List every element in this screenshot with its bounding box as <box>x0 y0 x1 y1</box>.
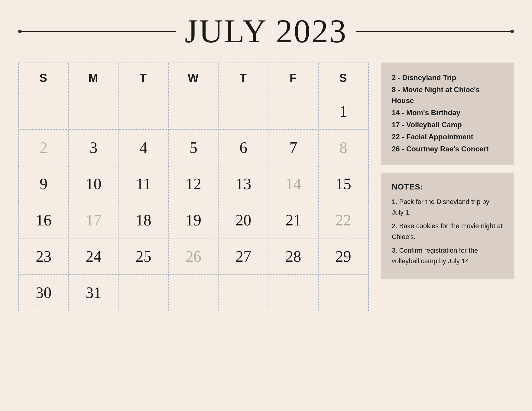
events-list: 2 - Disneyland Trip8 - Movie Night at Ch… <box>392 72 503 154</box>
notes-title: NOTES: <box>392 182 503 192</box>
calendar-day: 4 <box>118 130 168 166</box>
calendar-week-row: 9101112131415 <box>19 166 368 202</box>
day-header: T <box>219 63 268 93</box>
calendar-day: 1 <box>318 93 368 130</box>
day-header: S <box>318 63 368 93</box>
page-title: JULY 2023 <box>185 12 347 50</box>
calendar-header-row: SMTWTFS <box>19 63 368 93</box>
calendar-day: 18 <box>118 202 168 238</box>
notes-item: 1. Pack for the Disneyland trip by July … <box>392 196 503 218</box>
notes-item: 3. Confirm registration for the volleyba… <box>392 245 503 266</box>
event-item: 14 - Mom's Birthday <box>392 107 503 118</box>
calendar-day: 16 <box>19 202 69 238</box>
calendar-day: 11 <box>118 166 168 202</box>
calendar-day: 25 <box>118 238 168 275</box>
event-item: 8 - Movie Night at Chloe's House <box>392 84 503 106</box>
calendar-day <box>69 93 118 130</box>
calendar-day <box>268 93 318 130</box>
calendar-day: 27 <box>219 238 268 275</box>
calendar-day <box>168 275 218 311</box>
calendar-day: 9 <box>19 166 69 202</box>
calendar-day: 6 <box>219 130 268 166</box>
calendar-day <box>219 275 268 311</box>
notes-list: 1. Pack for the Disneyland trip by July … <box>392 196 503 266</box>
calendar-week-row: 23242526272829 <box>19 238 368 275</box>
calendar-day: 2 <box>19 130 69 166</box>
calendar-day: 3 <box>69 130 118 166</box>
notes-box: NOTES: 1. Pack for the Disneyland trip b… <box>381 173 514 279</box>
event-item: 26 - Courtney Rae's Concert <box>392 144 503 154</box>
calendar-day <box>268 275 318 311</box>
calendar-day <box>168 93 218 130</box>
calendar-grid: SMTWTFS 12345678910111213141516171819202… <box>18 63 368 311</box>
calendar-day: 26 <box>168 238 218 275</box>
day-header: S <box>19 63 69 93</box>
day-header: F <box>268 63 318 93</box>
event-item: 22 - Facial Appointment <box>392 131 503 142</box>
calendar-day: 14 <box>268 166 318 202</box>
calendar-day <box>318 275 368 311</box>
calendar-week-row: 1 <box>19 93 368 130</box>
calendar: SMTWTFS 12345678910111213141516171819202… <box>18 63 369 311</box>
header-line-right <box>356 31 514 32</box>
header-line-left <box>18 31 176 32</box>
calendar-day: 22 <box>318 202 368 238</box>
notes-item: 2. Bake cookies for the movie night at C… <box>392 221 503 242</box>
page-header: JULY 2023 <box>18 12 514 50</box>
calendar-day <box>118 93 168 130</box>
calendar-day <box>118 275 168 311</box>
day-header: W <box>168 63 218 93</box>
main-content: SMTWTFS 12345678910111213141516171819202… <box>18 63 514 311</box>
event-item: 17 - Volleyball Camp <box>392 119 503 130</box>
calendar-week-row: 2345678 <box>19 130 368 166</box>
events-box: 2 - Disneyland Trip8 - Movie Night at Ch… <box>381 63 514 165</box>
calendar-day: 20 <box>219 202 268 238</box>
calendar-day: 19 <box>168 202 218 238</box>
calendar-day: 8 <box>318 130 368 166</box>
calendar-week-row: 3031 <box>19 275 368 311</box>
calendar-day: 28 <box>268 238 318 275</box>
calendar-body: 1234567891011121314151617181920212223242… <box>19 93 368 311</box>
calendar-day: 5 <box>168 130 218 166</box>
calendar-day: 31 <box>69 275 118 311</box>
calendar-day: 10 <box>69 166 118 202</box>
calendar-day: 17 <box>69 202 118 238</box>
calendar-day <box>219 93 268 130</box>
calendar-day <box>19 93 69 130</box>
calendar-week-row: 16171819202122 <box>19 202 368 238</box>
calendar-day: 13 <box>219 166 268 202</box>
day-header: T <box>118 63 168 93</box>
calendar-day: 21 <box>268 202 318 238</box>
day-header: M <box>69 63 118 93</box>
calendar-day: 23 <box>19 238 69 275</box>
calendar-day: 29 <box>318 238 368 275</box>
calendar-day: 30 <box>19 275 69 311</box>
calendar-day: 12 <box>168 166 218 202</box>
calendar-day: 24 <box>69 238 118 275</box>
calendar-day: 7 <box>268 130 318 166</box>
calendar-day: 15 <box>318 166 368 202</box>
sidebar: 2 - Disneyland Trip8 - Movie Night at Ch… <box>381 63 514 279</box>
event-item: 2 - Disneyland Trip <box>392 72 503 83</box>
